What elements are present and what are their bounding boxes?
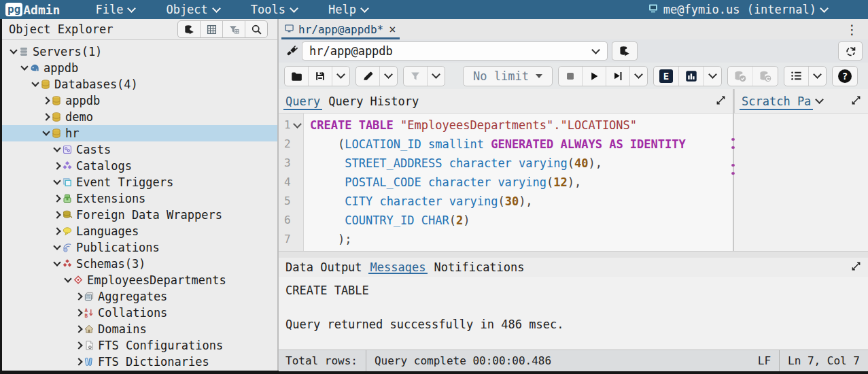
query-status: Query complete 00:00:00.486 bbox=[375, 354, 551, 367]
tree-item-languages[interactable]: Languages bbox=[2, 223, 277, 239]
chevron-right-icon[interactable] bbox=[41, 98, 51, 103]
search-button[interactable] bbox=[245, 21, 267, 37]
chevron-right-icon[interactable] bbox=[74, 359, 84, 364]
dependencies-grid-button[interactable] bbox=[200, 21, 222, 37]
chevron-right-icon[interactable] bbox=[74, 326, 84, 332]
new-connection-button[interactable] bbox=[612, 41, 638, 61]
filter-table-button[interactable] bbox=[222, 21, 245, 37]
db-connect-button[interactable] bbox=[178, 21, 200, 37]
catalogs-icon bbox=[62, 160, 75, 171]
tab-query[interactable]: Query bbox=[281, 89, 324, 113]
menu-label: File bbox=[95, 3, 123, 16]
tab-query-history[interactable]: Query History bbox=[324, 89, 423, 113]
tree-item-extensions[interactable]: Extensions bbox=[2, 190, 277, 207]
macros-chevron[interactable] bbox=[808, 67, 826, 86]
chevron-down-icon[interactable] bbox=[20, 67, 29, 69]
commit-button[interactable] bbox=[728, 67, 752, 86]
eol-indicator[interactable]: LF bbox=[758, 354, 771, 367]
open-file-button[interactable] bbox=[285, 67, 308, 86]
tree-item-databases-4[interactable]: Databases(4) bbox=[2, 76, 277, 92]
expand-icon[interactable] bbox=[851, 95, 861, 108]
tree-item-label: Collations bbox=[98, 306, 167, 320]
tree-item-hr[interactable]: hr bbox=[2, 125, 277, 141]
reset-button[interactable] bbox=[838, 41, 863, 61]
save-options-chevron[interactable] bbox=[332, 67, 349, 86]
execute-options-chevron[interactable] bbox=[629, 67, 647, 86]
connection-select[interactable]: hr/app@appdb bbox=[302, 41, 608, 61]
triangle-down-icon bbox=[536, 74, 542, 78]
fold-chevron-icon[interactable] bbox=[293, 120, 302, 129]
close-icon[interactable]: × bbox=[389, 22, 396, 36]
stop-button[interactable] bbox=[559, 67, 582, 86]
chevron-down-icon[interactable] bbox=[63, 279, 73, 282]
user-menu[interactable]: me@fymio.us (internal) bbox=[648, 3, 827, 16]
chevron-down-icon[interactable] bbox=[52, 262, 62, 265]
tree-item-domains[interactable]: Domains bbox=[2, 321, 277, 337]
tree-item-fts-dictionaries[interactable]: FTS Dictionaries bbox=[2, 354, 277, 370]
tree-item-appdb[interactable]: appdb bbox=[2, 92, 277, 109]
tab-messages[interactable]: Messages bbox=[366, 258, 430, 277]
save-button[interactable] bbox=[308, 67, 332, 86]
macros-button[interactable] bbox=[784, 67, 808, 86]
chevron-right-icon[interactable] bbox=[52, 228, 62, 234]
chevron-right-icon[interactable] bbox=[41, 114, 51, 120]
menu-tools[interactable]: Tools bbox=[251, 3, 297, 16]
editor-code[interactable]: CREATE TABLE "EmployeesDepartments"."LOC… bbox=[304, 114, 733, 251]
tab-notifications[interactable]: Notifications bbox=[430, 258, 528, 277]
tab-data-output[interactable]: Data Output bbox=[281, 258, 366, 277]
expand-icon[interactable] bbox=[851, 260, 861, 274]
line-number: 6 bbox=[279, 211, 303, 230]
tree-item-label: FTS Dictionaries bbox=[98, 355, 209, 369]
help-button[interactable]: ? bbox=[833, 67, 857, 86]
sql-editor[interactable]: 1234567 CREATE TABLE "EmployeesDepartmen… bbox=[279, 114, 733, 251]
chevron-down-icon[interactable] bbox=[52, 181, 62, 184]
edit-button[interactable] bbox=[356, 67, 379, 86]
rollback-button[interactable] bbox=[752, 67, 778, 86]
chevron-right-icon[interactable] bbox=[52, 163, 62, 169]
chevron-right-icon[interactable] bbox=[74, 294, 84, 299]
tree-item-appdb[interactable]: appdb bbox=[2, 60, 277, 76]
cursor-position[interactable]: Ln 7, Col 7 bbox=[788, 354, 860, 367]
chevron-down-icon[interactable] bbox=[9, 50, 18, 53]
execute-to-cursor-button[interactable] bbox=[606, 67, 629, 86]
tree-item-catalogs[interactable]: Catalogs bbox=[2, 158, 277, 174]
chevron-down-icon[interactable] bbox=[41, 132, 51, 135]
filter-button[interactable] bbox=[404, 67, 427, 86]
tree-item-event-triggers[interactable]: Event Triggers bbox=[2, 174, 277, 190]
scratch-pad-editor[interactable] bbox=[734, 114, 868, 251]
chevron-down-icon[interactable] bbox=[815, 95, 824, 104]
query-tool-tab[interactable]: hr/app@appdb* × bbox=[279, 19, 402, 39]
explain-button[interactable]: E bbox=[654, 67, 678, 86]
explain-options-chevron[interactable] bbox=[704, 67, 721, 86]
explain-analyze-button[interactable] bbox=[678, 67, 704, 86]
tree-item-publications[interactable]: Publications bbox=[2, 239, 277, 256]
edit-options-chevron[interactable] bbox=[379, 67, 397, 86]
row-limit-dropdown[interactable]: No limit bbox=[464, 67, 552, 86]
chevron-right-icon[interactable] bbox=[52, 196, 62, 201]
menu-object[interactable]: Object bbox=[166, 3, 219, 16]
tree-item-collations[interactable]: ABCollations bbox=[2, 305, 277, 321]
tab-scratch-pad[interactable]: Scratch Pa bbox=[737, 89, 815, 113]
tree-item-demo[interactable]: demo bbox=[2, 109, 277, 125]
tree-item-foreign-data-wrappers[interactable]: Foreign Data Wrappers bbox=[2, 207, 277, 223]
chevron-down-icon[interactable] bbox=[31, 83, 40, 86]
total-rows-label: Total rows: bbox=[285, 354, 358, 367]
chevron-down-icon[interactable] bbox=[52, 148, 62, 151]
kebab-menu-icon[interactable]: ⋮ bbox=[846, 22, 858, 37]
tree-item-employeesdepartments[interactable]: EmployeesDepartments bbox=[2, 272, 277, 288]
chevron-down-icon[interactable] bbox=[52, 246, 62, 249]
tree-item-servers-1[interactable]: Servers(1) bbox=[2, 44, 277, 60]
filter-options-chevron[interactable] bbox=[427, 67, 445, 86]
tree-item-aggregates[interactable]: Aggregates bbox=[2, 288, 277, 305]
chevron-right-icon[interactable] bbox=[74, 343, 84, 348]
menu-help[interactable]: Help bbox=[328, 3, 368, 16]
expand-icon[interactable] bbox=[716, 95, 726, 108]
chevron-right-icon[interactable] bbox=[52, 212, 62, 218]
tree-item-fts-configurations[interactable]: FTS Configurations bbox=[2, 337, 277, 354]
execute-button[interactable] bbox=[582, 67, 606, 86]
vertical-splitter[interactable] bbox=[733, 89, 734, 251]
tree-item-schemas-3[interactable]: Schemas(3) bbox=[2, 256, 277, 272]
menu-file[interactable]: File bbox=[95, 3, 135, 16]
tree-item-casts[interactable]: Casts bbox=[2, 141, 277, 158]
chevron-right-icon[interactable] bbox=[74, 310, 84, 316]
